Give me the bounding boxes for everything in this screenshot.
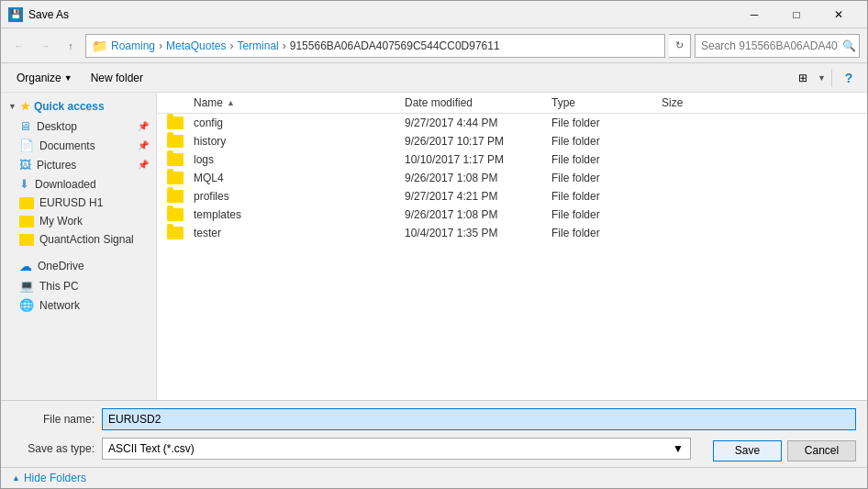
title-bar: 💾 Save As ─ □ ✕ <box>1 1 867 28</box>
pin-icon-desktop: 📌 <box>138 121 149 131</box>
network-icon: 🌐 <box>19 298 34 312</box>
sidebar-quick-access-header[interactable]: ▼ ★ Quick access <box>1 96 156 117</box>
cancel-button[interactable]: Cancel <box>787 440 856 461</box>
search-input[interactable] <box>701 39 839 52</box>
table-row[interactable]: templates 9/26/2017 1:08 PM File folder <box>157 206 867 224</box>
table-row[interactable]: tester 10/4/2017 1:35 PM File folder <box>157 224 867 242</box>
file-type: File folder <box>551 227 662 239</box>
file-area: Name ▲ Date modified Type Size config 9/ <box>157 93 867 400</box>
help-button[interactable]: ? <box>838 67 860 89</box>
pin-icon-pictures: 📌 <box>138 160 149 170</box>
sidebar-item-onedrive[interactable]: ☁ OneDrive <box>1 256 156 276</box>
file-type: File folder <box>551 208 662 221</box>
file-rows-container: config 9/27/2017 4:44 PM File folder his… <box>157 114 867 242</box>
column-type[interactable]: Type <box>551 96 662 109</box>
sidebar-item-this-pc[interactable]: 💻 This PC <box>1 276 156 295</box>
table-row[interactable]: config 9/27/2017 4:44 PM File folder <box>157 114 867 132</box>
folder-icon-cell <box>157 227 194 239</box>
eurusd-folder-icon <box>19 197 34 209</box>
column-size[interactable]: Size <box>662 96 735 109</box>
file-name: profiles <box>194 190 405 203</box>
buttons-row: Save Cancel <box>702 440 867 461</box>
sidebar-item-eurusd-h1[interactable]: EURUSD H1 <box>1 194 156 212</box>
up-button[interactable]: ↑ <box>60 35 82 57</box>
filename-input[interactable] <box>102 408 856 430</box>
sidebar-item-my-work[interactable]: My Work <box>1 212 156 230</box>
file-type: File folder <box>551 172 662 184</box>
sidebar-item-documents[interactable]: 📄 Documents 📌 <box>1 136 156 155</box>
table-row[interactable]: logs 10/10/2017 1:17 PM File folder <box>157 150 867 169</box>
file-type: File folder <box>551 135 662 148</box>
folder-icon-cell <box>157 190 194 203</box>
file-date: 9/27/2017 4:21 PM <box>405 190 551 203</box>
sidebar-item-quantaction-signal[interactable]: QuantAction Signal <box>1 230 156 249</box>
window-controls: ─ □ ✕ <box>733 1 860 28</box>
organize-button[interactable]: Organize ▼ <box>8 67 81 89</box>
work-folder-icon <box>19 216 34 228</box>
address-bar: ← → ↑ 📁 Roaming › MetaQuotes › Terminal … <box>1 28 867 63</box>
filetype-wrapper: ASCII Text (*.csv) ▼ <box>102 438 691 460</box>
view-button[interactable]: ⊞ <box>790 67 816 89</box>
sidebar-item-pictures[interactable]: 🖼 Pictures 📌 <box>1 155 156 174</box>
hide-folders-row: ▲ Hide Folders <box>1 467 867 488</box>
close-button[interactable]: ✕ <box>818 1 860 28</box>
forward-button[interactable]: → <box>34 35 56 57</box>
breadcrumb-current: 915566BA06ADA407569C544CC0D97611 <box>290 39 500 52</box>
quantaction-folder-icon <box>19 234 34 246</box>
table-row[interactable]: profiles 9/27/2017 4:21 PM File folder <box>157 187 867 206</box>
file-name: history <box>194 135 405 148</box>
filetype-label: Save as type: <box>12 442 95 455</box>
search-icon: 🔍 <box>842 39 856 52</box>
search-box: 🔍 <box>695 34 860 58</box>
quick-access-star-icon: ★ <box>20 100 30 113</box>
folder-icon-cell <box>157 117 194 129</box>
file-date: 9/26/2017 1:08 PM <box>405 208 551 221</box>
breadcrumb-folder-icon: 📁 <box>92 39 107 53</box>
save-as-dialog: 💾 Save As ─ □ ✕ ← → ↑ 📁 Roaming › MetaQu… <box>0 0 868 489</box>
new-folder-button[interactable]: New folder <box>83 67 151 89</box>
file-name: logs <box>194 153 405 166</box>
filetype-row: Save as type: ASCII Text (*.csv) ▼ <box>1 434 702 467</box>
breadcrumb-roaming[interactable]: Roaming <box>111 39 155 52</box>
breadcrumb-terminal[interactable]: Terminal <box>237 39 278 52</box>
folder-icon-cell <box>157 172 194 184</box>
file-type: File folder <box>551 117 662 129</box>
filename-label: File name: <box>12 413 95 426</box>
folder-icon <box>167 117 184 129</box>
folder-icon <box>167 190 184 203</box>
minimize-button[interactable]: ─ <box>733 1 775 28</box>
file-name: templates <box>194 208 405 221</box>
desktop-folder-icon: 🖥 <box>19 119 31 133</box>
sort-arrow-icon: ▲ <box>227 98 235 107</box>
view-dropdown-icon: ▼ <box>818 73 826 83</box>
table-row[interactable]: history 9/26/2017 10:17 PM File folder <box>157 132 867 150</box>
breadcrumb-metaquotes[interactable]: MetaQuotes <box>166 39 226 52</box>
file-name: config <box>194 117 405 129</box>
breadcrumb-bar: 📁 Roaming › MetaQuotes › Terminal › 9155… <box>85 34 665 58</box>
back-button[interactable]: ← <box>8 35 30 57</box>
downloaded-folder-icon: ⬇ <box>19 177 29 191</box>
file-name: tester <box>194 227 405 239</box>
maximize-button[interactable]: □ <box>775 1 818 28</box>
column-date[interactable]: Date modified <box>405 96 551 109</box>
documents-folder-icon: 📄 <box>19 139 34 152</box>
pictures-folder-icon: 🖼 <box>19 158 31 172</box>
bottom-bar: File name: Save as type: ASCII Text (*.c… <box>1 400 867 488</box>
sidebar-item-desktop[interactable]: 🖥 Desktop 📌 <box>1 117 156 136</box>
onedrive-icon: ☁ <box>19 259 32 273</box>
quick-access-chevron-icon: ▼ <box>8 102 17 111</box>
dialog-icon: 💾 <box>8 7 23 22</box>
sidebar-item-network[interactable]: 🌐 Network <box>1 295 156 315</box>
refresh-button[interactable]: ↻ <box>669 34 691 58</box>
pin-icon-documents: 📌 <box>138 140 149 150</box>
save-button[interactable]: Save <box>713 440 782 461</box>
file-date: 10/10/2017 1:17 PM <box>405 153 551 166</box>
sidebar-item-downloaded[interactable]: ⬇ Downloaded <box>1 174 156 194</box>
organize-chevron-icon: ▼ <box>64 73 72 83</box>
hide-folders-link[interactable]: ▲ Hide Folders <box>12 472 86 484</box>
table-row[interactable]: MQL4 9/26/2017 1:08 PM File folder <box>157 169 867 187</box>
file-list-header: Name ▲ Date modified Type Size <box>157 93 867 114</box>
file-type: File folder <box>551 153 662 166</box>
column-name[interactable]: Name ▲ <box>157 96 405 109</box>
filetype-select[interactable]: ASCII Text (*.csv) <box>102 438 691 460</box>
